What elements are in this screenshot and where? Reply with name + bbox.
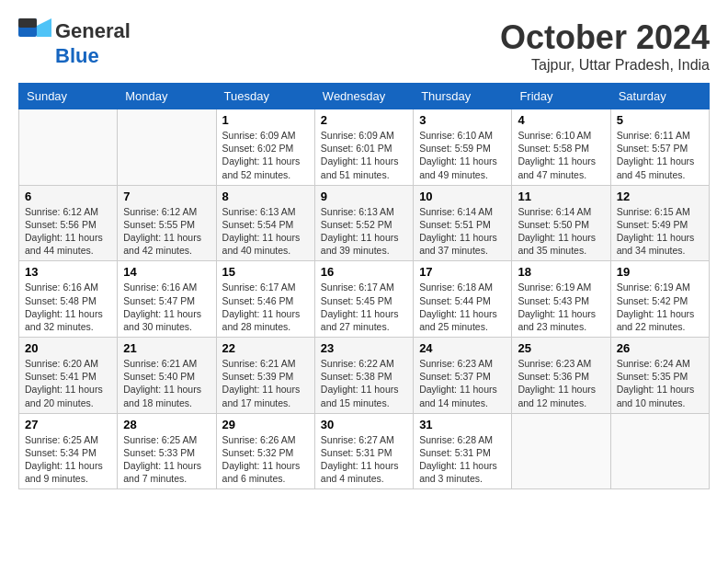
calendar-cell: 12Sunrise: 6:15 AM Sunset: 5:49 PM Dayli… xyxy=(610,185,709,261)
calendar-cell: 16Sunrise: 6:17 AM Sunset: 5:45 PM Dayli… xyxy=(314,261,413,338)
day-info: Sunrise: 6:24 AM Sunset: 5:35 PM Dayligh… xyxy=(617,357,703,409)
day-info: Sunrise: 6:26 AM Sunset: 5:32 PM Dayligh… xyxy=(222,433,309,486)
day-number: 8 xyxy=(222,190,309,203)
calendar-header-row: SundayMondayTuesdayWednesdayThursdayFrid… xyxy=(19,84,710,109)
day-number: 3 xyxy=(419,113,506,127)
day-number: 20 xyxy=(25,341,111,355)
day-number: 7 xyxy=(123,190,210,203)
day-info: Sunrise: 6:10 AM Sunset: 5:59 PM Dayligh… xyxy=(419,129,506,181)
day-number: 10 xyxy=(419,190,506,203)
calendar-table: SundayMondayTuesdayWednesdayThursdayFrid… xyxy=(18,83,710,489)
calendar-week-5: 27Sunrise: 6:25 AM Sunset: 5:34 PM Dayli… xyxy=(19,413,710,489)
day-info: Sunrise: 6:12 AM Sunset: 5:56 PM Dayligh… xyxy=(25,205,111,258)
day-number: 9 xyxy=(321,190,407,203)
day-info: Sunrise: 6:25 AM Sunset: 5:33 PM Dayligh… xyxy=(123,433,210,486)
day-number: 29 xyxy=(222,418,309,431)
logo-general-text: General xyxy=(55,19,131,43)
day-number: 27 xyxy=(25,418,111,431)
day-info: Sunrise: 6:16 AM Sunset: 5:47 PM Dayligh… xyxy=(123,281,210,333)
logo-blue-text: Blue xyxy=(55,44,99,68)
calendar-cell: 31Sunrise: 6:28 AM Sunset: 5:31 PM Dayli… xyxy=(414,413,512,489)
day-info: Sunrise: 6:27 AM Sunset: 5:31 PM Dayligh… xyxy=(321,433,407,486)
calendar-cell: 5Sunrise: 6:11 AM Sunset: 5:57 PM Daylig… xyxy=(610,109,709,186)
day-info: Sunrise: 6:09 AM Sunset: 6:02 PM Dayligh… xyxy=(222,129,309,181)
day-number: 28 xyxy=(123,418,210,431)
day-info: Sunrise: 6:20 AM Sunset: 5:41 PM Dayligh… xyxy=(25,357,111,409)
day-info: Sunrise: 6:21 AM Sunset: 5:39 PM Dayligh… xyxy=(222,357,309,409)
day-number: 22 xyxy=(222,341,309,355)
day-number: 31 xyxy=(419,418,506,431)
calendar-cell: 6Sunrise: 6:12 AM Sunset: 5:56 PM Daylig… xyxy=(19,185,118,261)
calendar-cell: 25Sunrise: 6:23 AM Sunset: 5:36 PM Dayli… xyxy=(512,338,610,414)
day-number: 13 xyxy=(25,265,111,279)
day-info: Sunrise: 6:13 AM Sunset: 5:54 PM Dayligh… xyxy=(222,205,309,258)
calendar-cell: 9Sunrise: 6:13 AM Sunset: 5:52 PM Daylig… xyxy=(314,185,413,261)
day-info: Sunrise: 6:17 AM Sunset: 5:46 PM Dayligh… xyxy=(222,281,309,333)
calendar-cell: 13Sunrise: 6:16 AM Sunset: 5:48 PM Dayli… xyxy=(19,261,118,338)
day-info: Sunrise: 6:11 AM Sunset: 5:57 PM Dayligh… xyxy=(617,129,703,181)
day-number: 14 xyxy=(123,265,210,279)
calendar-week-3: 13Sunrise: 6:16 AM Sunset: 5:48 PM Dayli… xyxy=(19,261,710,338)
calendar-cell xyxy=(512,413,610,489)
day-info: Sunrise: 6:28 AM Sunset: 5:31 PM Dayligh… xyxy=(419,433,506,486)
page-header: General Blue October 2024 Tajpur, Uttar … xyxy=(18,18,710,74)
location: Tajpur, Uttar Pradesh, India xyxy=(500,57,710,74)
calendar-week-2: 6Sunrise: 6:12 AM Sunset: 5:56 PM Daylig… xyxy=(19,185,710,261)
calendar-cell: 27Sunrise: 6:25 AM Sunset: 5:34 PM Dayli… xyxy=(19,413,118,489)
col-header-saturday: Saturday xyxy=(610,84,709,109)
day-number: 23 xyxy=(321,341,407,355)
day-number: 12 xyxy=(617,190,703,203)
calendar-cell: 24Sunrise: 6:23 AM Sunset: 5:37 PM Dayli… xyxy=(414,338,512,414)
col-header-friday: Friday xyxy=(512,84,610,109)
col-header-wednesday: Wednesday xyxy=(314,84,413,109)
day-number: 25 xyxy=(518,341,604,355)
calendar-cell: 17Sunrise: 6:18 AM Sunset: 5:44 PM Dayli… xyxy=(414,261,512,338)
calendar-week-4: 20Sunrise: 6:20 AM Sunset: 5:41 PM Dayli… xyxy=(19,338,710,414)
calendar-cell: 3Sunrise: 6:10 AM Sunset: 5:59 PM Daylig… xyxy=(414,109,512,186)
calendar-cell: 28Sunrise: 6:25 AM Sunset: 5:33 PM Dayli… xyxy=(118,413,216,489)
logo: General Blue xyxy=(18,18,131,68)
title-block: October 2024 Tajpur, Uttar Pradesh, Indi… xyxy=(500,18,710,74)
day-number: 15 xyxy=(222,265,309,279)
day-number: 6 xyxy=(25,190,111,203)
day-number: 11 xyxy=(518,190,604,203)
day-number: 26 xyxy=(617,341,703,355)
day-info: Sunrise: 6:12 AM Sunset: 5:55 PM Dayligh… xyxy=(123,205,210,258)
day-number: 4 xyxy=(518,113,604,127)
day-number: 18 xyxy=(518,265,604,279)
day-info: Sunrise: 6:23 AM Sunset: 5:37 PM Dayligh… xyxy=(419,357,506,409)
day-info: Sunrise: 6:10 AM Sunset: 5:58 PM Dayligh… xyxy=(518,129,604,181)
svg-marker-1 xyxy=(37,18,51,37)
day-number: 1 xyxy=(222,113,309,127)
day-number: 24 xyxy=(419,341,506,355)
day-info: Sunrise: 6:15 AM Sunset: 5:49 PM Dayligh… xyxy=(617,205,703,258)
col-header-sunday: Sunday xyxy=(19,84,118,109)
day-info: Sunrise: 6:14 AM Sunset: 5:51 PM Dayligh… xyxy=(419,205,506,258)
day-info: Sunrise: 6:18 AM Sunset: 5:44 PM Dayligh… xyxy=(419,281,506,333)
col-header-tuesday: Tuesday xyxy=(216,84,314,109)
logo-icon xyxy=(18,18,51,44)
month-title: October 2024 xyxy=(500,18,710,57)
day-number: 17 xyxy=(419,265,506,279)
calendar-cell: 20Sunrise: 6:20 AM Sunset: 5:41 PM Dayli… xyxy=(19,338,118,414)
calendar-cell: 10Sunrise: 6:14 AM Sunset: 5:51 PM Dayli… xyxy=(414,185,512,261)
calendar-cell xyxy=(118,109,216,186)
calendar-cell: 18Sunrise: 6:19 AM Sunset: 5:43 PM Dayli… xyxy=(512,261,610,338)
day-info: Sunrise: 6:17 AM Sunset: 5:45 PM Dayligh… xyxy=(321,281,407,333)
calendar-cell xyxy=(610,413,709,489)
day-info: Sunrise: 6:09 AM Sunset: 6:01 PM Dayligh… xyxy=(321,129,407,181)
svg-rect-2 xyxy=(18,18,37,28)
calendar-cell: 23Sunrise: 6:22 AM Sunset: 5:38 PM Dayli… xyxy=(314,338,413,414)
calendar-cell: 7Sunrise: 6:12 AM Sunset: 5:55 PM Daylig… xyxy=(118,185,216,261)
day-number: 2 xyxy=(321,113,407,127)
calendar-cell: 1Sunrise: 6:09 AM Sunset: 6:02 PM Daylig… xyxy=(216,109,314,186)
calendar-cell xyxy=(19,109,118,186)
day-info: Sunrise: 6:19 AM Sunset: 5:43 PM Dayligh… xyxy=(518,281,604,333)
calendar-cell: 15Sunrise: 6:17 AM Sunset: 5:46 PM Dayli… xyxy=(216,261,314,338)
day-info: Sunrise: 6:19 AM Sunset: 5:42 PM Dayligh… xyxy=(617,281,703,333)
calendar-cell: 21Sunrise: 6:21 AM Sunset: 5:40 PM Dayli… xyxy=(118,338,216,414)
col-header-monday: Monday xyxy=(118,84,216,109)
calendar-cell: 19Sunrise: 6:19 AM Sunset: 5:42 PM Dayli… xyxy=(610,261,709,338)
calendar-week-1: 1Sunrise: 6:09 AM Sunset: 6:02 PM Daylig… xyxy=(19,109,710,186)
day-number: 21 xyxy=(123,341,210,355)
